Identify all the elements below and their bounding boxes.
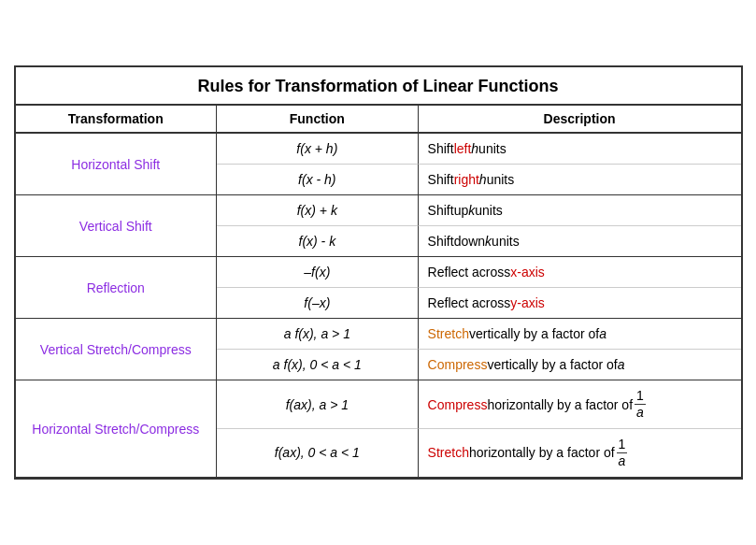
function-cell-vertical-shift-1: f(x) - k bbox=[217, 226, 419, 256]
section-reflection: Reflection–f(x)Reflect across x-axisf(–x… bbox=[16, 257, 741, 319]
transform-label-vertical-stretch: Vertical Stretch/Compress bbox=[16, 319, 218, 380]
function-cell-horizontal-shift-0: f(x + h) bbox=[217, 134, 419, 165]
fraction-1-a: 1a bbox=[617, 437, 628, 469]
function-cell-vertical-stretch-1: a f(x), 0 < a < 1 bbox=[217, 350, 419, 380]
desc-cell-horizontal-shift-1: Shift right h units bbox=[419, 165, 741, 194]
function-cell-horizontal-stretch-0: f(ax), a > 1 bbox=[217, 380, 419, 429]
section-horizontal-shift: Horizontal Shiftf(x + h)Shift left h uni… bbox=[16, 134, 741, 195]
header-description: Description bbox=[419, 106, 741, 132]
section-vertical-stretch: Vertical Stretch/Compressa f(x), a > 1St… bbox=[16, 319, 741, 380]
desc-cell-horizontal-stretch-1: Stretch horizontally by a factor of 1a bbox=[419, 429, 741, 477]
desc-cell-reflection-1: Reflect across y-axis bbox=[419, 288, 741, 318]
function-cell-reflection-0: –f(x) bbox=[217, 257, 419, 288]
section-vertical-shift: Vertical Shiftf(x) + kShift up k unitsf(… bbox=[16, 195, 741, 257]
function-cell-vertical-stretch-0: a f(x), a > 1 bbox=[217, 319, 419, 350]
function-cell-reflection-1: f(–x) bbox=[217, 288, 419, 318]
desc-cell-horizontal-stretch-0: Compress horizontally by a factor of 1a bbox=[419, 380, 741, 429]
transform-label-horizontal-shift: Horizontal Shift bbox=[16, 134, 218, 194]
section-horizontal-stretch: Horizontal Stretch/Compressf(ax), a > 1C… bbox=[16, 380, 741, 477]
desc-cell-vertical-shift-1: Shift down k units bbox=[419, 226, 741, 256]
table-header: Transformation Function Description bbox=[16, 106, 741, 134]
transformation-table: Rules for Transformation of Linear Funct… bbox=[14, 65, 743, 479]
desc-cell-horizontal-shift-0: Shift left h units bbox=[419, 134, 741, 165]
table-body: Horizontal Shiftf(x + h)Shift left h uni… bbox=[16, 134, 741, 477]
transform-label-horizontal-stretch: Horizontal Stretch/Compress bbox=[16, 380, 218, 476]
function-cell-horizontal-shift-1: f(x - h) bbox=[217, 165, 419, 194]
transform-label-vertical-shift: Vertical Shift bbox=[16, 195, 218, 256]
header-function: Function bbox=[217, 106, 419, 132]
desc-cell-reflection-0: Reflect across x-axis bbox=[419, 257, 741, 288]
function-cell-horizontal-stretch-1: f(ax), 0 < a < 1 bbox=[217, 429, 419, 477]
table-title: Rules for Transformation of Linear Funct… bbox=[16, 67, 741, 106]
desc-cell-vertical-stretch-1: Compress vertically by a factor of a bbox=[419, 350, 741, 380]
desc-cell-vertical-stretch-0: Stretch vertically by a factor of a bbox=[419, 319, 741, 350]
transform-label-reflection: Reflection bbox=[16, 257, 218, 318]
function-cell-vertical-shift-0: f(x) + k bbox=[217, 195, 419, 226]
fraction-1-a: 1a bbox=[635, 388, 646, 421]
desc-cell-vertical-shift-0: Shift up k units bbox=[419, 195, 741, 226]
header-transformation: Transformation bbox=[16, 106, 218, 132]
